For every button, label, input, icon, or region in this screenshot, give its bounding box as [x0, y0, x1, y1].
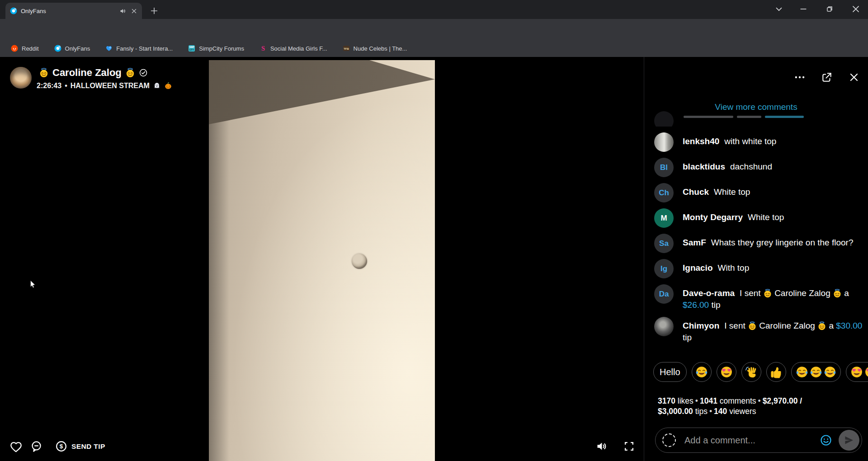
bookmark-label: SimpCity Forums — [199, 45, 244, 52]
stream-header: Caroline Zalog 2:26:43 • HALLOWEEN STREA… — [10, 67, 172, 90]
comment-username[interactable]: blacktidus — [683, 162, 725, 171]
comment-row: DaDave-o-ramaI sent Caroline Zalog a $26… — [654, 284, 863, 311]
comment-text: dachshund — [730, 162, 772, 171]
comment-avatar[interactable]: Da — [654, 284, 674, 304]
ghost-emoji — [153, 82, 161, 90]
fullscreen-icon[interactable] — [623, 441, 635, 452]
like-heart-icon[interactable] — [10, 440, 22, 452]
comments-panel: View more comments lenksh40with white to… — [644, 57, 868, 461]
em-hearteyes-icon — [864, 365, 868, 379]
reaction-chip-hello[interactable]: Hello — [653, 362, 687, 382]
volume-icon[interactable] — [595, 440, 608, 452]
bookmark-item[interactable]: Social Media Girls F... — [259, 45, 327, 52]
reaction-chip-emoji[interactable] — [766, 362, 786, 382]
comment-avatar[interactable]: Bl — [654, 158, 674, 177]
em-hearteyes-icon — [720, 365, 733, 379]
comment-row: ChChuckWhite top — [654, 183, 863, 202]
more-options-button[interactable] — [794, 71, 806, 83]
bookmark-item[interactable]: Fansly - Start Intera... — [105, 45, 173, 52]
halo-emoji — [833, 289, 842, 298]
bookmark-label: Reddit — [22, 45, 39, 52]
comment-username[interactable]: Dave-o-rama — [683, 288, 735, 298]
comment-row: ChimyonI sent Caroline Zalog a $30.00 ti… — [654, 317, 863, 343]
comment-text: With top — [718, 263, 750, 273]
comment-avatar[interactable]: M — [654, 208, 674, 228]
send-tip-icon[interactable] — [55, 440, 67, 452]
comment-username[interactable]: Chuck — [683, 187, 709, 197]
halo-emoji — [748, 321, 757, 330]
live-page: Caroline Zalog 2:26:43 • HALLOWEEN STREA… — [0, 57, 868, 461]
toggle-comments-icon[interactable] — [30, 440, 42, 452]
emoji-picker-icon[interactable] — [820, 434, 832, 447]
comment-username[interactable]: SamF — [683, 238, 706, 247]
em-thumb-icon — [769, 365, 783, 379]
tab-audio-icon[interactable] — [119, 8, 126, 14]
new-tab-button[interactable] — [149, 6, 159, 16]
window-restore-button[interactable] — [825, 4, 835, 14]
view-more-comments-link[interactable]: View more comments — [644, 102, 868, 112]
bookmark-label: Social Media Girls F... — [270, 45, 327, 52]
window-close-button[interactable] — [851, 4, 861, 14]
comment-username[interactable]: Monty Degarry — [683, 212, 743, 222]
fav-smg — [259, 45, 267, 52]
em-joy-icon — [695, 365, 708, 379]
comment-row: Blblacktidusdachshund — [654, 158, 863, 177]
comment-avatar[interactable]: Sa — [654, 234, 674, 253]
comment-row: IgIgnacioWith top — [654, 259, 863, 278]
composer-avatar-placeholder — [662, 433, 676, 447]
tab-close-icon[interactable] — [131, 8, 137, 14]
comment-username[interactable]: Ignacio — [683, 263, 713, 273]
comment-text: with white top — [724, 136, 776, 146]
bookmark-item[interactable]: SimpCity Forums — [188, 45, 244, 52]
verified-badge-icon — [139, 68, 148, 77]
halo-emoji — [763, 289, 772, 298]
reaction-chip-emoji[interactable] — [791, 362, 841, 382]
halo-emoji — [817, 321, 826, 330]
bookmark-label: Fansly - Start Intera... — [116, 45, 173, 52]
halo-emoji — [125, 68, 135, 78]
comment-avatar[interactable]: Ig — [654, 259, 674, 278]
comment-username[interactable]: lenksh40 — [683, 136, 719, 146]
bookmark-label: OnlyFans — [65, 45, 90, 52]
window-minimize-button[interactable] — [798, 4, 808, 14]
tab-strip: OnlyFans — [0, 0, 868, 19]
streamer-avatar[interactable] — [10, 67, 32, 89]
comments-list: lenksh40with white topBlblacktidusdachsh… — [654, 111, 863, 349]
tab-onlyfans[interactable]: OnlyFans — [5, 3, 142, 19]
video-ceiling-region — [209, 60, 435, 461]
fav-fansly — [105, 45, 113, 52]
comment-avatar — [654, 111, 674, 127]
live-video[interactable] — [209, 60, 435, 461]
comment-avatar[interactable] — [654, 132, 674, 152]
tab-title: OnlyFans — [21, 8, 46, 14]
share-stream-button[interactable] — [821, 71, 833, 83]
bookmark-label: Nude Celebs | The... — [354, 45, 407, 52]
comment-row: MMonty DegarryWhite top — [654, 208, 863, 228]
tip-amount: $30.00 — [836, 321, 862, 330]
fav-of — [54, 45, 61, 52]
bookmark-item[interactable]: Reddit — [11, 45, 39, 52]
comment-input[interactable] — [684, 435, 820, 446]
illegible-comment-text — [684, 116, 804, 127]
tab-search-chevron-icon[interactable] — [774, 4, 784, 14]
bookmark-item[interactable]: OnlyFans — [54, 45, 90, 52]
comment-row: lenksh40with white top — [654, 132, 863, 152]
bookmark-item[interactable]: Nude Celebs | The... — [343, 45, 407, 52]
reaction-chip-emoji[interactable] — [717, 362, 736, 382]
em-hearteyes-icon — [850, 365, 863, 379]
streamer-name[interactable]: Caroline Zalog — [52, 67, 122, 79]
bookmarks-bar: RedditOnlyFansFansly - Start Intera...Si… — [0, 40, 868, 57]
comment-avatar[interactable]: Ch — [654, 183, 674, 202]
fav-reddit — [11, 45, 18, 52]
comment-avatar[interactable] — [654, 317, 674, 336]
comment-text: White top — [748, 212, 784, 222]
send-comment-button[interactable] — [839, 430, 859, 451]
send-tip-button[interactable]: SEND TIP — [71, 442, 105, 451]
reaction-chip-emoji[interactable] — [741, 362, 761, 382]
stream-title: HALLOWEEN STREAM — [71, 82, 150, 90]
reaction-chip-emoji[interactable] — [846, 362, 868, 382]
stream-stats: 3170 likes•1041 comments•$2,970.00 / $3,… — [658, 396, 839, 417]
reaction-chip-emoji[interactable] — [692, 362, 712, 382]
close-panel-button[interactable] — [848, 71, 860, 83]
comment-username[interactable]: Chimyon — [683, 321, 719, 330]
